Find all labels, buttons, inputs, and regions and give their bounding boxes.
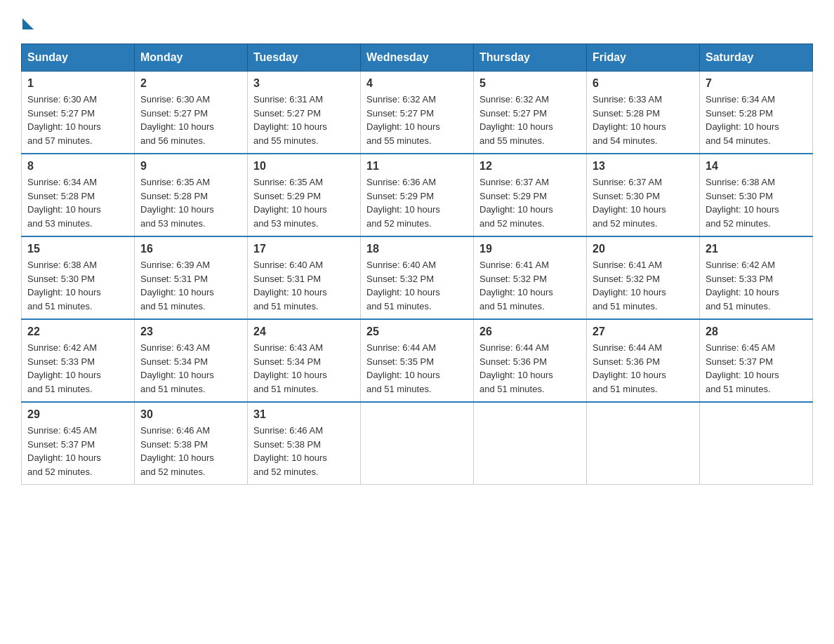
sunrise-label: Sunrise: 6:40 AM <box>366 260 436 270</box>
daylight-label: Daylight: 10 hours <box>479 121 553 132</box>
daylight-minutes: and 51 minutes. <box>253 384 319 394</box>
daylight-minutes: and 52 minutes. <box>366 218 432 229</box>
header-friday: Friday <box>587 44 700 72</box>
sunset-label: Sunset: 5:28 PM <box>27 191 95 201</box>
daylight-minutes: and 51 minutes. <box>27 301 93 311</box>
day-number: 24 <box>253 326 355 338</box>
cell-content: Sunrise: 6:31 AMSunset: 5:27 PMDaylight:… <box>253 93 355 147</box>
calendar-cell: 22Sunrise: 6:42 AMSunset: 5:33 PMDayligh… <box>22 319 135 402</box>
cell-content: Sunrise: 6:40 AMSunset: 5:32 PMDaylight:… <box>366 258 468 313</box>
calendar-cell: 15Sunrise: 6:38 AMSunset: 5:30 PMDayligh… <box>22 236 135 319</box>
day-number: 12 <box>479 160 581 173</box>
day-number: 1 <box>27 77 128 90</box>
sunrise-label: Sunrise: 6:44 AM <box>366 342 436 353</box>
daylight-label: Daylight: 10 hours <box>253 370 327 380</box>
sunset-label: Sunset: 5:28 PM <box>593 108 660 119</box>
daylight-minutes: and 52 minutes. <box>140 467 206 477</box>
sunset-label: Sunset: 5:27 PM <box>366 108 434 119</box>
sunrise-label: Sunrise: 6:33 AM <box>593 94 662 105</box>
daylight-label: Daylight: 10 hours <box>27 370 101 380</box>
calendar-week-row: 22Sunrise: 6:42 AMSunset: 5:33 PMDayligh… <box>22 319 813 402</box>
calendar-cell: 27Sunrise: 6:44 AMSunset: 5:36 PMDayligh… <box>587 319 700 402</box>
sunset-label: Sunset: 5:29 PM <box>253 191 321 201</box>
calendar-cell: 13Sunrise: 6:37 AMSunset: 5:30 PMDayligh… <box>587 154 700 236</box>
calendar-cell <box>474 402 587 485</box>
calendar-cell: 9Sunrise: 6:35 AMSunset: 5:28 PMDaylight… <box>135 154 248 236</box>
daylight-label: Daylight: 10 hours <box>366 121 440 132</box>
daylight-minutes: and 55 minutes. <box>479 135 545 146</box>
calendar-cell: 28Sunrise: 6:45 AMSunset: 5:37 PMDayligh… <box>700 319 813 402</box>
daylight-label: Daylight: 10 hours <box>27 287 101 297</box>
sunrise-label: Sunrise: 6:38 AM <box>706 177 775 187</box>
header-sunday: Sunday <box>22 44 135 72</box>
day-number: 13 <box>593 160 694 173</box>
sunrise-label: Sunrise: 6:46 AM <box>140 425 210 436</box>
sunrise-label: Sunrise: 6:32 AM <box>479 94 549 105</box>
cell-content: Sunrise: 6:32 AMSunset: 5:27 PMDaylight:… <box>479 93 581 147</box>
calendar-week-row: 29Sunrise: 6:45 AMSunset: 5:37 PMDayligh… <box>22 402 813 485</box>
daylight-minutes: and 51 minutes. <box>479 301 545 311</box>
cell-content: Sunrise: 6:38 AMSunset: 5:30 PMDaylight:… <box>706 175 807 230</box>
day-number: 7 <box>706 77 807 90</box>
calendar-cell: 11Sunrise: 6:36 AMSunset: 5:29 PMDayligh… <box>361 154 474 236</box>
calendar-cell: 29Sunrise: 6:45 AMSunset: 5:37 PMDayligh… <box>22 402 135 485</box>
daylight-minutes: and 52 minutes. <box>706 218 771 229</box>
daylight-label: Daylight: 10 hours <box>27 452 101 463</box>
sunrise-label: Sunrise: 6:40 AM <box>253 260 323 270</box>
day-number: 17 <box>253 243 355 255</box>
day-number: 31 <box>253 408 355 421</box>
calendar-cell: 30Sunrise: 6:46 AMSunset: 5:38 PMDayligh… <box>135 402 248 485</box>
calendar-week-row: 1Sunrise: 6:30 AMSunset: 5:27 PMDaylight… <box>22 72 813 154</box>
sunrise-label: Sunrise: 6:35 AM <box>140 177 210 187</box>
day-number: 15 <box>27 243 128 255</box>
sunset-label: Sunset: 5:30 PM <box>706 191 773 201</box>
daylight-label: Daylight: 10 hours <box>479 287 553 297</box>
sunrise-label: Sunrise: 6:43 AM <box>253 342 323 353</box>
daylight-label: Daylight: 10 hours <box>706 204 779 215</box>
daylight-label: Daylight: 10 hours <box>253 121 327 132</box>
day-number: 6 <box>593 77 694 90</box>
calendar-cell: 20Sunrise: 6:41 AMSunset: 5:32 PMDayligh… <box>587 236 700 319</box>
daylight-minutes: and 52 minutes. <box>253 467 319 477</box>
calendar-cell <box>700 402 813 485</box>
day-number: 30 <box>140 408 241 421</box>
daylight-label: Daylight: 10 hours <box>253 452 327 463</box>
sunset-label: Sunset: 5:32 PM <box>366 274 434 284</box>
calendar-cell: 31Sunrise: 6:46 AMSunset: 5:38 PMDayligh… <box>248 402 361 485</box>
daylight-label: Daylight: 10 hours <box>366 287 440 297</box>
sunrise-label: Sunrise: 6:32 AM <box>366 94 436 105</box>
sunset-label: Sunset: 5:29 PM <box>479 191 547 201</box>
cell-content: Sunrise: 6:41 AMSunset: 5:32 PMDaylight:… <box>479 258 581 313</box>
day-number: 22 <box>27 326 128 338</box>
daylight-minutes: and 54 minutes. <box>706 135 771 146</box>
calendar-cell <box>587 402 700 485</box>
cell-content: Sunrise: 6:44 AMSunset: 5:35 PMDaylight:… <box>366 341 468 396</box>
day-number: 23 <box>140 326 241 338</box>
sunset-label: Sunset: 5:28 PM <box>140 191 208 201</box>
logo-triangle-icon <box>22 18 34 29</box>
day-number: 16 <box>140 243 241 255</box>
calendar-cell: 1Sunrise: 6:30 AMSunset: 5:27 PMDaylight… <box>22 72 135 154</box>
sunrise-label: Sunrise: 6:30 AM <box>140 94 210 105</box>
sunrise-label: Sunrise: 6:31 AM <box>253 94 323 105</box>
calendar-cell: 5Sunrise: 6:32 AMSunset: 5:27 PMDaylight… <box>474 72 587 154</box>
daylight-minutes: and 51 minutes. <box>366 384 432 394</box>
sunrise-label: Sunrise: 6:38 AM <box>27 260 97 270</box>
sunrise-label: Sunrise: 6:42 AM <box>27 342 97 353</box>
sunset-label: Sunset: 5:30 PM <box>27 274 95 284</box>
daylight-minutes: and 53 minutes. <box>253 218 319 229</box>
cell-content: Sunrise: 6:42 AMSunset: 5:33 PMDaylight:… <box>706 258 807 313</box>
daylight-label: Daylight: 10 hours <box>706 287 779 297</box>
daylight-label: Daylight: 10 hours <box>27 121 101 132</box>
daylight-minutes: and 55 minutes. <box>366 135 432 146</box>
calendar-week-row: 8Sunrise: 6:34 AMSunset: 5:28 PMDaylight… <box>22 154 813 236</box>
daylight-label: Daylight: 10 hours <box>593 287 666 297</box>
daylight-minutes: and 54 minutes. <box>593 135 658 146</box>
day-number: 27 <box>593 326 694 338</box>
daylight-label: Daylight: 10 hours <box>140 121 214 132</box>
daylight-minutes: and 53 minutes. <box>27 218 93 229</box>
sunrise-label: Sunrise: 6:45 AM <box>706 342 775 353</box>
cell-content: Sunrise: 6:45 AMSunset: 5:37 PMDaylight:… <box>706 341 807 396</box>
cell-content: Sunrise: 6:39 AMSunset: 5:31 PMDaylight:… <box>140 258 241 313</box>
cell-content: Sunrise: 6:43 AMSunset: 5:34 PMDaylight:… <box>140 341 241 396</box>
